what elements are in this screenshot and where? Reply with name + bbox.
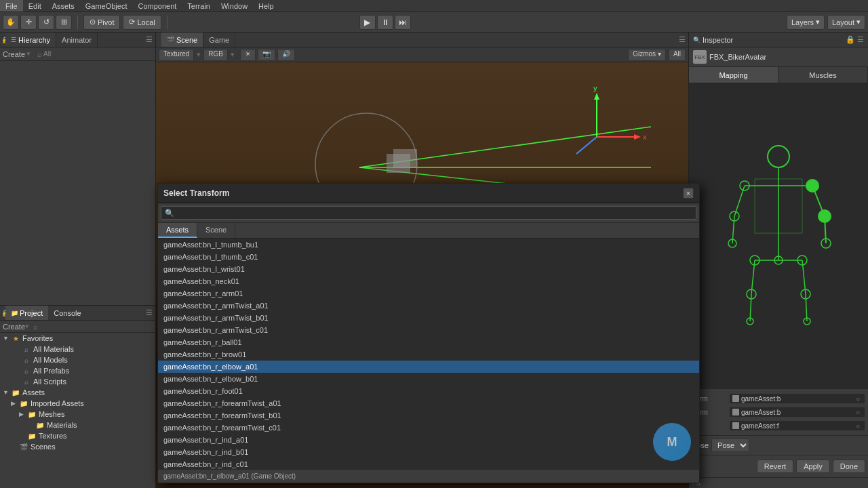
hierarchy-create-btn[interactable]: Create (3, 50, 25, 58)
dialog-list-item[interactable]: gameAsset:bn_r_ind_b01 (158, 446, 699, 458)
pivot-button[interactable]: ⊙ Pivot (83, 15, 120, 30)
all-materials-item[interactable]: ⌕ All Materials (0, 344, 155, 354)
dialog-list-item[interactable]: gameAsset:bn_r_armTwist_c01 (158, 324, 699, 336)
all-models-item[interactable]: ⌕ All Models (0, 354, 155, 365)
scale-tool[interactable]: ⊞ (56, 15, 72, 30)
scenes-item[interactable]: 🎬 Scenes (0, 441, 155, 452)
revert-button[interactable]: Revert (757, 460, 793, 473)
sep2 (167, 16, 167, 29)
dialog-list-item[interactable]: gameAsset:bn_r_forearmTwist_b01 (158, 409, 699, 422)
menu-help[interactable]: Help (253, 0, 279, 12)
menu-edit[interactable]: Edit (23, 0, 47, 12)
step-button[interactable]: ⏭ (395, 15, 411, 30)
layers-dropdown[interactable]: Layers ▾ (787, 15, 825, 30)
bone-value-3: gameAsset:f ○ (729, 420, 865, 431)
tab-muscles[interactable]: Muscles (778, 67, 868, 83)
all-prefabs-item[interactable]: ⌕ All Prefabs (0, 365, 155, 376)
inspector-options[interactable]: ☰ (857, 35, 864, 44)
textured-btn[interactable]: Textured (159, 49, 194, 61)
tab-game[interactable]: Game (203, 33, 235, 47)
materials-item[interactable]: 📁 Materials (0, 420, 155, 430)
tab-hierarchy[interactable]: ☰ Hierarchy (5, 33, 56, 47)
dialog-list-item[interactable]: gameAsset:bn_r_ball01 (158, 336, 699, 348)
tab-scene[interactable]: 🎬 Scene (161, 33, 203, 47)
scene-options[interactable]: ☰ (679, 35, 688, 44)
pose-bar: Pose Pose (689, 435, 868, 455)
dialog-list-item[interactable]: gameAsset:bn_l_thumb_c01 (158, 251, 699, 263)
menu-file[interactable]: File (0, 0, 23, 12)
gizmos-btn[interactable]: Gizmos ▾ (628, 49, 666, 61)
camera-icon[interactable]: 📷 (258, 49, 275, 61)
assets-folder[interactable]: ▼ 📁 Assets (0, 387, 155, 398)
sun-icon[interactable]: ☀ (240, 49, 256, 61)
dialog-list-item[interactable]: gameAsset:bn_r_arm01 (158, 287, 699, 300)
dialog-list-item[interactable]: gameAsset:bn_r_elbow_b01 (158, 373, 699, 385)
favorites-icon: ★ (11, 333, 20, 343)
rotate-tool[interactable]: ↺ (38, 15, 54, 30)
dialog-list-item[interactable]: gameAsset:bn_r_brow01 (158, 348, 699, 361)
rgb-btn[interactable]: RGB (203, 49, 228, 61)
dialog-list-item[interactable]: gameAsset:bn_r_ind_a01 (158, 434, 699, 446)
menu-terrain[interactable]: Terrain (182, 0, 216, 12)
lock-btn[interactable]: 🔒 (846, 35, 855, 44)
local-button[interactable]: ⟳ Local (123, 15, 161, 30)
bone-clear-2[interactable]: ○ (854, 408, 862, 416)
dialog-search-input[interactable] (161, 206, 696, 220)
project-options[interactable]: ☰ (146, 308, 155, 317)
tab-mapping[interactable]: Mapping (689, 67, 778, 83)
bone-clear-3[interactable]: ○ (854, 422, 862, 430)
dialog-list-item[interactable]: gameAsset:bn_l_tnumb_bu1 (158, 239, 699, 251)
move-tool[interactable]: ✛ (20, 15, 37, 30)
hierarchy-options[interactable]: ☰ (146, 35, 155, 44)
dialog-list-item[interactable]: gameAsset:bn_r_foot01 (158, 385, 699, 397)
play-button[interactable]: ▶ (359, 15, 376, 30)
dialog-list-item[interactable]: gameAsset:bn_r_elbow_a01 (158, 361, 699, 373)
chevron-right-icon: ▶ (11, 400, 19, 407)
favorites-folder[interactable]: ▼ ★ Favorites (0, 333, 155, 344)
dialog-list-item[interactable]: gameAsset:bn_l_wrist01 (158, 263, 699, 275)
dialog-list-item[interactable]: gameAsset:bn_r_armTwist_a01 (158, 300, 699, 312)
dialog-tab-assets[interactable]: Assets (158, 223, 197, 238)
dialog-tab-scene[interactable]: Scene (197, 223, 235, 238)
menu-gameobject[interactable]: GameObject (80, 0, 133, 12)
svg-point-13 (768, 146, 789, 167)
all-btn[interactable]: All (669, 49, 686, 61)
right-panel: 🔍 Inspector 🔒 ☰ FBX FBX_BikerAvatar Mapp… (688, 33, 868, 488)
hand-tool[interactable]: ✋ (3, 15, 19, 30)
bone-field-row-3: gameAsset:f ○ (692, 419, 865, 432)
transform-tools: ✋ ✛ ↺ ⊞ (3, 15, 72, 30)
scenes-icon: 🎬 (19, 442, 28, 451)
menu-window[interactable]: Window (216, 0, 253, 12)
dialog-list-item[interactable]: gameAsset:bn_neck01 (158, 275, 699, 287)
dialog-list[interactable]: gameAsset:bn_l_tnumb_bu1gameAsset:bn_l_t… (158, 239, 699, 469)
chevron-down-icon: ▼ (3, 335, 11, 342)
tab-project[interactable]: 📁 Project (5, 306, 48, 320)
svg-line-33 (750, 294, 751, 321)
tab-console[interactable]: Console (48, 306, 86, 320)
meshes-item[interactable]: ▶ 📁 Meshes (0, 409, 155, 420)
dialog-list-item[interactable]: gameAsset:bn_r_armTwist_b01 (158, 312, 699, 324)
all-scripts-item[interactable]: ⌕ All Scripts (0, 376, 155, 387)
inspector-asset-name: FBX FBX_BikerAvatar (689, 47, 868, 67)
toolbar: ✋ ✛ ↺ ⊞ ⊙ Pivot ⟳ Local ▶ ⏸ ⏭ Layers ▾ L… (0, 12, 868, 33)
textures-item[interactable]: 📁 Textures (0, 430, 155, 441)
layout-dropdown[interactable]: Layout ▾ (827, 15, 865, 30)
bone-field-row-2: r Arm gameAsset:b ○ (692, 405, 865, 419)
dialog-close-button[interactable]: × (683, 188, 694, 199)
dialog-list-item[interactable]: gameAsset:bn_r_forearmTwist_c01 (158, 422, 699, 434)
imported-assets-item[interactable]: ▶ 📁 Imported Assets (0, 398, 155, 409)
project-create-btn[interactable]: Create (3, 323, 25, 331)
hierarchy-create-bar: Create ▾ ⌕ All (0, 47, 155, 61)
audio-icon[interactable]: 🔊 (277, 49, 295, 61)
pose-dropdown[interactable]: Pose (711, 439, 749, 452)
select-transform-dialog: Select Transform × 🔍 Assets Scene gameAs… (157, 183, 700, 483)
done-button[interactable]: Done (833, 460, 865, 473)
menu-assets[interactable]: Assets (47, 0, 80, 12)
bone-clear-1[interactable]: ○ (854, 394, 862, 403)
dialog-list-item[interactable]: gameAsset:bn_r_forearmTwist_a01 (158, 397, 699, 409)
menu-component[interactable]: Component (132, 0, 182, 12)
apply-button[interactable]: Apply (796, 460, 830, 473)
tab-animator[interactable]: Animator (56, 33, 98, 47)
dialog-list-item[interactable]: gameAsset:bn_r_ind_c01 (158, 458, 699, 469)
pause-button[interactable]: ⏸ (377, 15, 393, 30)
